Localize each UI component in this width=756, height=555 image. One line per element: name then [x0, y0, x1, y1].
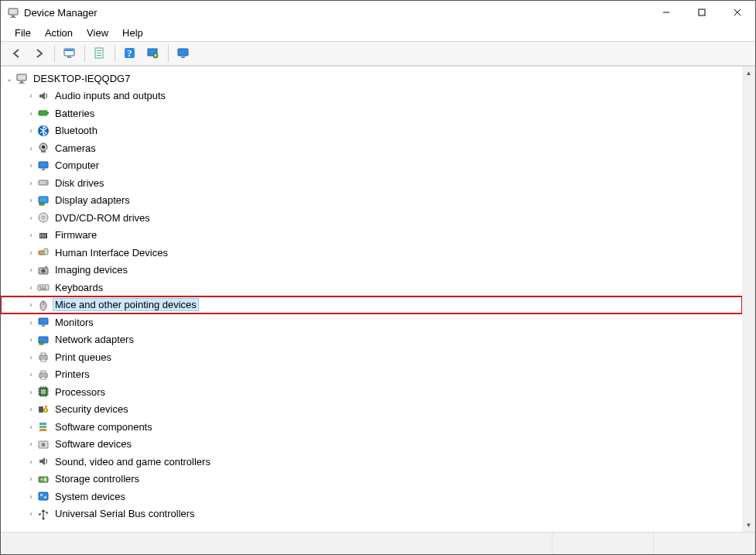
gear-box-icon — [36, 437, 50, 451]
tree-item-sound[interactable]: ›Sound, video and game controllers — [1, 453, 742, 471]
scroll-down-button[interactable]: ▼ — [742, 519, 755, 532]
expand-arrow-icon[interactable]: › — [26, 492, 36, 501]
expand-arrow-icon[interactable]: › — [26, 388, 36, 396]
menu-view[interactable]: View — [80, 26, 115, 40]
computer-icon — [15, 71, 29, 85]
tree-item-batteries[interactable]: ›Batteries — [1, 104, 742, 122]
tree-item-monitors[interactable]: ›Monitors — [1, 313, 742, 331]
tree-item-printers[interactable]: ›Printers — [1, 366, 742, 384]
tree-root-label: DESKTOP-IEQQDG7 — [32, 73, 132, 84]
svg-rect-68 — [699, 9, 705, 15]
tree-item-label: Bluetooth — [53, 125, 99, 136]
expand-arrow-icon[interactable]: › — [26, 318, 36, 327]
expand-arrow-icon[interactable]: › — [26, 440, 36, 448]
speaker-icon — [36, 89, 50, 103]
monitor-card-icon — [36, 194, 50, 207]
scroll-track[interactable] — [742, 80, 755, 519]
app-icon — [7, 6, 19, 19]
expand-arrow-icon[interactable]: › — [26, 248, 36, 257]
toolbar — [1, 41, 755, 66]
expand-arrow-icon[interactable]: › — [26, 214, 36, 222]
key-icon — [36, 403, 50, 416]
device-tree[interactable]: ⌄DESKTOP-IEQQDG7›Audio inputs and output… — [1, 67, 742, 532]
menu-action[interactable]: Action — [38, 26, 80, 40]
expand-arrow-icon[interactable]: › — [26, 300, 36, 309]
tree-item-network[interactable]: ›Network adapters — [1, 331, 742, 349]
tree-item-system[interactable]: ›System devices — [1, 488, 742, 505]
tree-item-mice[interactable]: ›Mice and other pointing devices — [1, 296, 742, 314]
tree-item-label: Firmware — [53, 229, 98, 241]
tree-item-usb[interactable]: ›Universal Serial Bus controllers — [1, 505, 742, 523]
expand-arrow-icon[interactable]: › — [26, 109, 36, 118]
status-cell — [1, 533, 552, 554]
tree-item-dvd[interactable]: ›DVD/CD-ROM drives — [1, 209, 742, 227]
tree-item-label: System devices — [53, 491, 127, 502]
menu-file[interactable]: File — [8, 26, 38, 40]
close-button[interactable] — [720, 1, 755, 24]
tree-item-security[interactable]: ›Security devices — [1, 401, 742, 419]
minimize-button[interactable] — [648, 1, 684, 24]
tree-item-cpu[interactable]: ›Processors — [1, 383, 742, 401]
expand-arrow-icon[interactable]: ⌄ — [4, 74, 15, 83]
tree-item-label: Software components — [53, 421, 154, 433]
tree-item-label: Batteries — [53, 108, 96, 119]
tree-item-audio[interactable]: ›Audio inputs and outputs — [1, 87, 742, 105]
expand-arrow-icon[interactable]: › — [26, 370, 36, 379]
tree-item-swcomp[interactable]: ›Software components — [1, 418, 742, 436]
tree-item-label: Security devices — [53, 403, 130, 415]
menu-help[interactable]: Help — [115, 26, 150, 40]
tree-item-imaging[interactable]: ›Imaging devices — [1, 262, 742, 279]
toolbar-scan-button[interactable] — [142, 43, 164, 63]
board-icon — [36, 489, 50, 503]
toolbar-properties-button[interactable] — [89, 43, 111, 63]
expand-arrow-icon[interactable]: › — [26, 266, 36, 274]
toolbar-help-button[interactable] — [119, 43, 141, 63]
tree-item-firmware[interactable]: ›Firmware — [1, 227, 742, 245]
tree-item-keyboards[interactable]: ›Keyboards — [1, 279, 742, 296]
expand-arrow-icon[interactable]: › — [26, 474, 36, 483]
expand-arrow-icon[interactable]: › — [26, 457, 36, 466]
toolbar-devices-button[interactable] — [173, 43, 194, 63]
status-cell — [552, 533, 654, 554]
expand-arrow-icon[interactable]: › — [26, 231, 36, 239]
tree-item-cameras[interactable]: ›Cameras — [1, 139, 742, 157]
expand-arrow-icon[interactable]: › — [26, 335, 36, 344]
scroll-up-button[interactable]: ▲ — [742, 67, 755, 80]
toolbar-back-button[interactable] — [5, 43, 27, 63]
expand-arrow-icon[interactable]: › — [26, 126, 36, 135]
tree-item-label: Monitors — [53, 317, 95, 328]
vertical-scrollbar[interactable]: ▲ ▼ — [742, 67, 755, 532]
status-cell — [654, 533, 755, 554]
hdd-icon — [36, 176, 50, 190]
expand-arrow-icon[interactable]: › — [26, 144, 36, 152]
tree-root[interactable]: ⌄DESKTOP-IEQQDG7 — [1, 70, 742, 87]
tree-item-storage[interactable]: ›Storage controllers — [1, 471, 742, 488]
tree-item-label: Keyboards — [53, 282, 104, 293]
tree-item-printq[interactable]: ›Print queues — [1, 348, 742, 366]
controller-icon — [36, 472, 50, 486]
toolbar-show-hidden-button[interactable] — [59, 43, 80, 63]
tree-item-display[interactable]: ›Display adapters — [1, 192, 742, 210]
expand-arrow-icon[interactable]: › — [26, 353, 36, 361]
expand-arrow-icon[interactable]: › — [26, 423, 36, 431]
expand-arrow-icon[interactable]: › — [26, 196, 36, 204]
tree-item-label: Cameras — [53, 142, 97, 154]
maximize-button[interactable] — [684, 1, 720, 24]
toolbar-forward-button[interactable] — [29, 43, 50, 63]
tree-item-swdev[interactable]: ›Software devices — [1, 436, 742, 454]
chip-bars-icon — [36, 228, 50, 242]
expand-arrow-icon[interactable]: › — [26, 161, 36, 170]
expand-arrow-icon[interactable]: › — [26, 91, 36, 100]
expand-arrow-icon[interactable]: › — [26, 179, 36, 187]
hid-icon — [36, 245, 50, 259]
tree-item-hid[interactable]: ›Human Interface Devices — [1, 244, 742, 262]
tree-item-label: Human Interface Devices — [53, 247, 169, 259]
expand-arrow-icon[interactable]: › — [26, 405, 36, 413]
expand-arrow-icon[interactable]: › — [26, 283, 36, 292]
tree-item-bluetooth[interactable]: ›Bluetooth — [1, 122, 742, 140]
monitor-icon — [36, 315, 50, 329]
keyboard-icon — [36, 280, 50, 294]
tree-item-computer[interactable]: ›Computer — [1, 157, 742, 175]
expand-arrow-icon[interactable]: › — [26, 509, 36, 518]
tree-item-disk[interactable]: ›Disk drives — [1, 174, 742, 192]
